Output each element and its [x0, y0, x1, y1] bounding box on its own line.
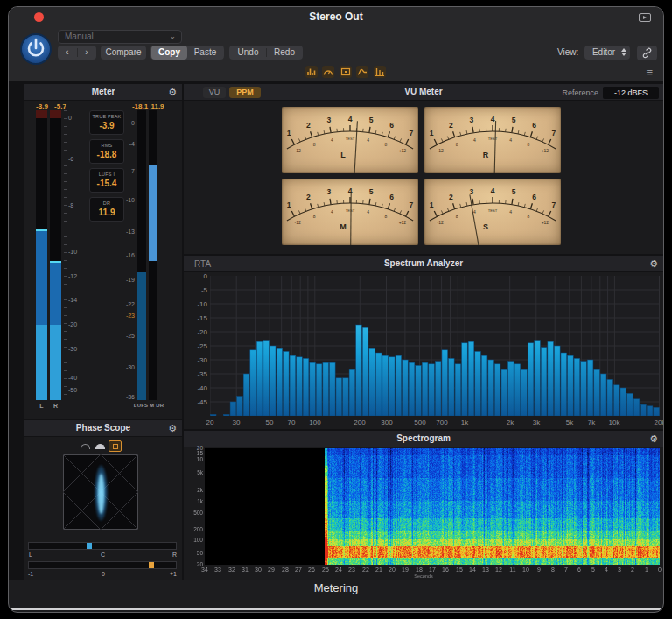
clip-zone-r — [50, 110, 61, 118]
spectrogram-y-tick: 50 — [186, 550, 203, 556]
view-selector[interactable]: Editor — [584, 46, 630, 60]
seconds-axis-label: Seconds — [184, 573, 663, 579]
lufs-scale-label: 0 — [131, 120, 135, 126]
spectrogram-y-tick: 500 — [186, 510, 203, 516]
level-history-icon[interactable] — [356, 66, 368, 78]
spectrum-y-tick: -30 — [186, 356, 207, 364]
correlation-slider[interactable] — [28, 561, 177, 569]
lufs-scale-label: -19 — [126, 277, 135, 283]
svg-text:4: 4 — [473, 137, 476, 143]
copy-button[interactable]: Copy — [151, 46, 187, 60]
svg-text:2: 2 — [306, 121, 311, 130]
spectrogram-x-tick: 33 — [211, 566, 225, 573]
spectrum-x-tick: 3k — [526, 419, 547, 426]
copy-paste-group: CopyPaste — [150, 46, 224, 60]
prev-preset-button[interactable]: ‹ — [59, 46, 77, 60]
reference-value[interactable]: -12 dBFS — [603, 87, 659, 99]
spectrogram-icon[interactable] — [340, 66, 352, 78]
spectrogram-panel-title: Spectrogram — [184, 433, 663, 443]
correlation-label-pos: +1 — [170, 571, 177, 577]
svg-text:4: 4 — [491, 115, 495, 123]
svg-text:4: 4 — [331, 209, 333, 215]
window-title: Stereo Out — [9, 11, 663, 23]
svg-text:+12: +12 — [399, 220, 407, 225]
compare-button[interactable]: Compare — [101, 46, 146, 60]
balance-slider[interactable] — [28, 542, 177, 550]
window-bottom-edge[interactable] — [11, 608, 661, 610]
spectrogram-x-tick: 30 — [251, 566, 265, 573]
spectrum-x-tick: 1k — [454, 419, 475, 426]
svg-text:4: 4 — [331, 137, 333, 143]
spectrogram-x-tick: 25 — [318, 566, 332, 573]
phase-panel-title: Phase Scope — [24, 423, 182, 433]
svg-text:6: 6 — [389, 193, 394, 201]
power-button[interactable] — [20, 33, 52, 65]
svg-text:8: 8 — [456, 142, 458, 147]
undo-button[interactable]: Undo — [230, 46, 266, 60]
lufs-scale-label: -7 — [130, 168, 135, 174]
link-icon — [641, 47, 653, 59]
phase-blob-core — [98, 474, 104, 514]
power-icon — [22, 35, 50, 63]
svg-text:6: 6 — [532, 193, 536, 201]
svg-text:4: 4 — [367, 209, 369, 215]
plugin-window: Stereo Out Manual ⌄ ‹› Compare CopyPaste… — [8, 6, 664, 613]
phase-mode-square-icon[interactable] — [108, 440, 122, 452]
meter-scale-label: -20 — [68, 321, 77, 327]
level-meter-bar-r — [50, 110, 61, 400]
lufs-scale-label: -22 — [126, 301, 135, 307]
spectrogram-x-tick: 29 — [264, 566, 278, 573]
redo-button[interactable]: Redo — [267, 46, 302, 60]
phase-mode-semicircle-outline-icon[interactable] — [79, 440, 92, 452]
spectrogram-x-tick: 8 — [546, 566, 560, 573]
spectrum-x-tick: 20 — [200, 419, 220, 426]
svg-text:M: M — [340, 222, 346, 231]
correlation-label-neg: -1 — [28, 571, 33, 577]
svg-text:6: 6 — [389, 121, 394, 130]
correlation-marker[interactable] — [149, 562, 154, 568]
titlebar: Stereo Out — [9, 7, 663, 27]
spectrum-y-tick: 0 — [186, 272, 207, 280]
svg-text:3: 3 — [470, 116, 474, 124]
spectrogram-x-tick: 18 — [412, 566, 426, 573]
next-preset-button[interactable]: › — [78, 46, 96, 60]
lufs-m-fill — [137, 272, 146, 400]
link-button[interactable] — [637, 46, 657, 60]
balance-marker[interactable] — [87, 543, 92, 549]
spectrum-analyzer-icon[interactable] — [305, 66, 318, 78]
svg-text:TEST: TEST — [346, 137, 355, 141]
spectrogram-x-tick: 1 — [640, 566, 654, 573]
gear-icon[interactable]: ⚙ — [168, 422, 177, 435]
vu-meter-m: 1-1228344TEST54687+12M — [282, 179, 418, 245]
spectrum-y-tick: -5 — [186, 286, 207, 294]
phase-panel-header: Phase Scope ⚙ — [24, 420, 182, 437]
preset-dropdown[interactable]: Manual ⌄ — [58, 30, 182, 44]
vu-panel-header: VU PPM VU Meter Reference -12 dBFS — [184, 84, 663, 101]
spectrogram-x-tick: 4 — [599, 566, 613, 573]
svg-text:2: 2 — [306, 193, 311, 201]
vu-meter-r: 1-1228344TEST54687+12R — [424, 107, 561, 173]
spectrum-x-tick: 300 — [376, 419, 397, 426]
meter-panel: Meter ⚙ -3.9 -5.7 -18.1 11.9 0-6-8-10-12… — [24, 84, 182, 419]
menu-icon[interactable]: ≡ — [646, 67, 653, 78]
loudness-icon[interactable] — [374, 66, 386, 78]
svg-text:6: 6 — [532, 121, 536, 130]
svg-text:TEST: TEST — [488, 137, 498, 141]
gear-icon[interactable]: ⚙ — [649, 257, 658, 271]
window-zoom-icon[interactable] — [639, 13, 651, 22]
spectrogram-y-tick: 10 — [186, 456, 203, 462]
meter-panel-header: Meter ⚙ — [24, 84, 182, 101]
stepper-arrows-icon — [620, 47, 626, 57]
lufs-scale-label: -16 — [126, 252, 135, 258]
gear-icon[interactable]: ⚙ — [649, 433, 658, 446]
gear-icon[interactable]: ⚙ — [168, 86, 177, 99]
spectrum-analyzer-panel: RTA Spectrum Analyzer ⚙ 0-5-10-15-20-25-… — [184, 256, 663, 429]
spectrum-x-tick: 10k — [604, 419, 625, 426]
svg-text:7: 7 — [410, 200, 414, 209]
spectrogram-x-tick: 2 — [626, 566, 640, 573]
phase-mode-semicircle-filled-icon[interactable] — [94, 440, 107, 452]
spectrum-panel-title: Spectrum Analyzer — [184, 258, 663, 268]
paste-button[interactable]: Paste — [187, 46, 223, 60]
svg-text:+12: +12 — [542, 220, 550, 225]
vu-meter-icon[interactable] — [322, 66, 334, 78]
